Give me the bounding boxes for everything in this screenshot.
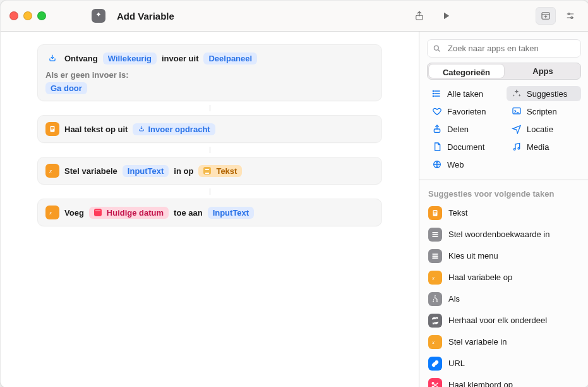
svg-rect-35 — [432, 236, 438, 237]
svg-point-44 — [432, 382, 434, 384]
close-window-button[interactable] — [9, 11, 18, 20]
receive-any-pill[interactable]: Willekeurig — [103, 52, 157, 64]
shortcut-editor[interactable]: Ontvang Willekeurig invoer uit Deelpanee… — [1, 32, 419, 387]
search-field[interactable] — [427, 39, 581, 58]
segment-apps[interactable]: Apps — [505, 63, 580, 79]
doc-icon — [45, 122, 59, 136]
category-web[interactable]: Web — [427, 157, 501, 172]
category-doc[interactable]: Document — [427, 139, 501, 154]
category-label: Suggesties — [527, 89, 567, 99]
category-label: Web — [447, 160, 464, 169]
get-text-input-pill[interactable]: Invoer opdracht — [133, 123, 215, 135]
repeat-icon — [428, 314, 442, 328]
sidebar-toolbar — [536, 7, 580, 25]
suggestion-label: Als — [448, 294, 460, 304]
segmented-control[interactable]: Categorieën Apps — [427, 63, 581, 80]
segment-categories[interactable]: Categorieën — [429, 64, 504, 78]
svg-rect-31 — [434, 212, 437, 213]
svg-point-15 — [434, 46, 438, 50]
suggestion-label: Kies uit menu — [448, 251, 498, 261]
svg-rect-12 — [51, 130, 54, 130]
category-label: Locatie — [527, 125, 553, 134]
doc-icon — [432, 142, 442, 152]
action-append[interactable]: x Voeg Huidige datum toe aan InputText — [37, 199, 382, 226]
action-get-text[interactable]: Haal tekst op uit Invoer opdracht — [37, 115, 382, 143]
suggestion-url[interactable]: URL — [419, 353, 588, 374]
suggestion-dict[interactable]: Stel woordenboekwaarde in — [419, 224, 588, 245]
category-fav[interactable]: Favorieten — [427, 104, 501, 119]
doc-chip-icon — [203, 167, 211, 175]
receive-source-pill[interactable]: Deelpaneel — [203, 52, 257, 64]
suggestion-clip[interactable]: Haal klembord op — [419, 374, 588, 387]
suggestion-getvar[interactable]: xHaal variabele op — [419, 267, 588, 288]
svg-point-20 — [433, 90, 433, 91]
svg-point-40 — [435, 295, 436, 297]
svg-text:x: x — [49, 210, 52, 216]
action-set-variable[interactable]: x Stel variabele InputText in op Tekst — [37, 157, 382, 185]
run-button[interactable] — [436, 8, 455, 24]
all-icon — [432, 89, 442, 99]
append-date-pill[interactable]: Huidige datum — [89, 207, 169, 219]
suggestion-text[interactable]: Tekst — [419, 202, 588, 224]
sugg-icon — [512, 89, 522, 99]
svg-rect-34 — [432, 234, 438, 235]
svg-point-27 — [518, 147, 520, 149]
svg-rect-33 — [432, 232, 438, 233]
share-button[interactable] — [410, 8, 429, 24]
svg-rect-32 — [434, 213, 436, 214]
category-label: Favorieten — [447, 107, 486, 116]
suggestion-menu[interactable]: Kies uit menu — [419, 245, 588, 267]
append-target-pill[interactable]: InputText — [208, 207, 255, 219]
zoom-window-button[interactable] — [37, 11, 46, 20]
fav-icon — [432, 106, 442, 116]
doc-icon — [428, 206, 442, 220]
media-icon — [512, 142, 522, 152]
suggestion-repeat[interactable]: Herhaal voor elk onderdeel — [419, 310, 588, 331]
continue-pill[interactable]: Ga door — [45, 82, 87, 94]
category-script[interactable]: Scripten — [507, 104, 581, 119]
search-icon — [433, 44, 441, 53]
svg-rect-38 — [432, 257, 438, 259]
svg-point-26 — [513, 149, 515, 150]
svg-rect-25 — [434, 129, 440, 132]
svg-rect-36 — [432, 254, 438, 255]
search-input[interactable] — [447, 43, 575, 54]
library-toggle-button[interactable] — [536, 7, 556, 25]
suggestion-if[interactable]: Als — [419, 288, 588, 310]
minimize-window-button[interactable] — [23, 11, 32, 20]
titlebar: Add Variable — [1, 1, 588, 32]
suggestions-list: TekstStel woordenboekwaarde inKies uit m… — [419, 202, 588, 387]
svg-point-21 — [433, 93, 433, 94]
category-label: Scripten — [527, 107, 557, 116]
branch-icon — [428, 292, 442, 306]
app-window: Add Variable Ontvang — [0, 0, 588, 387]
category-label: Alle taken — [447, 89, 483, 99]
inspector-toggle-button[interactable] — [561, 8, 580, 24]
fx-icon: x — [428, 271, 442, 285]
svg-point-42 — [436, 300, 438, 302]
suggestion-label: Haal variabele op — [448, 273, 512, 282]
category-media[interactable]: Media — [507, 139, 581, 154]
category-all[interactable]: Alle taken — [427, 86, 501, 101]
no-input-label: Als er geen invoer is: — [45, 70, 374, 80]
get-text-label: Haal tekst op uit — [64, 125, 128, 134]
input-icon — [138, 125, 145, 133]
category-label: Delen — [447, 125, 469, 134]
suggestion-setvar[interactable]: xStel variabele in — [419, 331, 588, 353]
category-loc[interactable]: Locatie — [507, 121, 581, 137]
action-receive[interactable]: Ontvang Willekeurig invoer uit Deelpanee… — [37, 44, 382, 101]
setvar-label-a: Stel variabele — [64, 166, 117, 176]
category-label: Document — [447, 142, 484, 152]
receive-prefix: Ontvang — [64, 54, 98, 63]
setvar-value-pill[interactable]: Tekst — [198, 165, 242, 177]
fx-icon: x — [428, 335, 442, 349]
category-share[interactable]: Delen — [427, 121, 501, 137]
svg-point-22 — [433, 95, 433, 96]
connector — [210, 105, 210, 111]
suggestion-label: Haal klembord op — [448, 380, 513, 387]
connector — [210, 188, 210, 195]
svg-rect-11 — [51, 128, 54, 129]
setvar-name-pill[interactable]: InputText — [123, 165, 169, 177]
category-sugg[interactable]: Suggesties — [507, 86, 581, 101]
category-label: Media — [527, 142, 549, 152]
